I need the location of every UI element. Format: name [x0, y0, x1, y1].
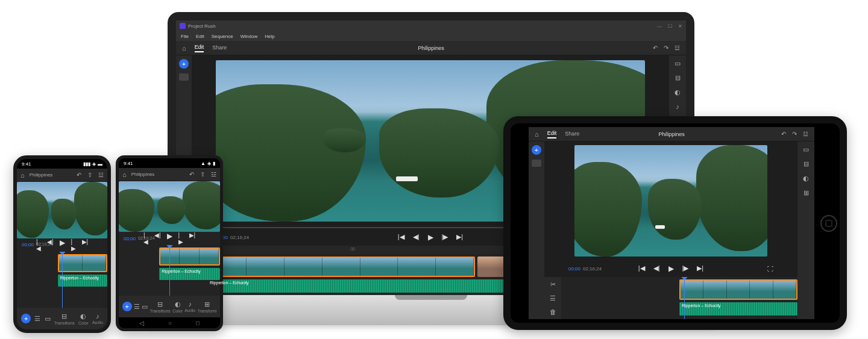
nav-home-icon[interactable]: ○ — [168, 320, 172, 326]
menu-edit[interactable]: Edit — [196, 34, 204, 39]
home-icon[interactable]: ⌂ — [20, 172, 25, 179]
redo-icon[interactable]: ↷ — [792, 131, 797, 137]
home-icon[interactable]: ⌂ — [535, 131, 539, 138]
fullscreen-icon[interactable]: ⛶ — [767, 266, 773, 272]
undo-icon[interactable]: ↶ — [189, 171, 194, 178]
menu-sequence[interactable]: Sequence — [212, 34, 233, 39]
step-fwd-icon[interactable]: |▶ — [71, 238, 76, 252]
timeline[interactable]: Ripperton – Echocity — [119, 245, 220, 296]
tool-titles[interactable]: ▭ — [142, 303, 148, 311]
skip-fwd-icon[interactable]: ▶| — [697, 264, 703, 273]
minimize-icon[interactable]: — — [657, 23, 662, 29]
titles-icon[interactable]: ▭ — [802, 145, 810, 154]
video-frame[interactable] — [574, 145, 767, 257]
add-media-button[interactable]: + — [21, 314, 31, 323]
skip-fwd-icon[interactable]: ▶| — [189, 232, 196, 245]
step-fwd-icon[interactable]: |▶ — [682, 264, 689, 273]
tool-layers[interactable]: ☰ — [134, 303, 140, 311]
tool-audio[interactable]: ♪Audio — [92, 313, 103, 325]
transitions-icon[interactable]: ⊟ — [802, 160, 810, 168]
play-icon[interactable]: ▶ — [60, 238, 65, 252]
close-icon[interactable]: ✕ — [678, 23, 682, 29]
app-tablet: ⌂ Edit Share Philippines ↶ ↷ ☳ + — [529, 127, 814, 319]
redo-icon[interactable]: ↷ — [664, 45, 668, 51]
chat-icon[interactable]: ☳ — [98, 172, 104, 178]
undo-icon[interactable]: ↶ — [653, 45, 658, 51]
maximize-icon[interactable]: ☐ — [668, 23, 672, 29]
menu-window[interactable]: Window — [241, 34, 257, 39]
home-icon[interactable]: ⌂ — [122, 171, 127, 178]
nav-recent-icon[interactable]: □ — [196, 320, 200, 326]
home-icon[interactable]: ⌂ — [182, 45, 186, 52]
video-clip-1[interactable] — [58, 254, 108, 272]
step-fwd-icon[interactable]: |▶ — [442, 233, 448, 241]
skip-back-icon[interactable]: |◀ — [36, 238, 41, 252]
timeline[interactable]: Ripperton – Echocity — [17, 252, 107, 308]
tablet-home-button[interactable] — [820, 215, 837, 232]
chat-icon[interactable]: ☳ — [211, 171, 216, 178]
nav-back-icon[interactable]: ◁ — [139, 320, 144, 326]
trash-icon[interactable]: 🗑 — [550, 308, 556, 316]
add-media-button[interactable]: + — [532, 145, 541, 155]
layers-icon[interactable]: ☰ — [550, 294, 556, 302]
tool-transitions[interactable]: ⊟Transitions — [54, 313, 75, 325]
tool-titles[interactable]: ▭ — [45, 315, 51, 323]
play-icon[interactable]: ▶ — [668, 264, 674, 273]
tool-transitions[interactable]: ⊟Transitions — [150, 300, 171, 313]
color-icon[interactable]: ◐ — [802, 174, 810, 182]
current-time: 00;00 — [568, 266, 580, 272]
skip-back-icon[interactable]: |◀ — [143, 232, 148, 245]
step-back-icon[interactable]: ◀| — [653, 264, 660, 273]
total-time: 02;16;24 — [583, 266, 602, 272]
add-media-button[interactable]: + — [179, 59, 189, 69]
tab-edit[interactable]: Edit — [547, 130, 557, 138]
chat-icon[interactable]: ☳ — [675, 45, 680, 51]
video-clip-1[interactable] — [159, 247, 220, 266]
titles-icon[interactable]: ▭ — [673, 59, 682, 67]
tool-transform[interactable]: ⊞Transform — [198, 300, 217, 313]
timeline[interactable]: ✂ ☰ 🗑 ▭ ⋯ Ripperton – — [544, 277, 797, 319]
undo-icon[interactable]: ↶ — [77, 172, 81, 178]
audio-clip[interactable]: Ripperton – Echocity — [159, 268, 220, 280]
share-icon[interactable]: ⇧ — [87, 172, 92, 178]
menu-help[interactable]: Help — [265, 34, 274, 39]
skip-fwd-icon[interactable]: ▶| — [456, 233, 463, 241]
chat-icon[interactable]: ☳ — [803, 131, 808, 137]
add-media-button[interactable]: + — [122, 302, 132, 311]
menu-file[interactable]: File — [181, 34, 189, 39]
step-fwd-icon[interactable]: |▶ — [178, 232, 183, 245]
undo-icon[interactable]: ↶ — [781, 131, 786, 137]
step-back-icon[interactable]: ◀| — [413, 233, 420, 241]
video-frame[interactable] — [17, 182, 107, 238]
tool-color[interactable]: ◐Color — [78, 313, 89, 325]
video-frame[interactable] — [119, 181, 220, 232]
audio-clip[interactable]: Ripperton – Echocity — [58, 275, 108, 287]
scissors-icon[interactable]: ✂ — [550, 281, 556, 288]
tool-color[interactable]: ◐Color — [172, 300, 183, 313]
step-back-icon[interactable]: ◀| — [47, 238, 54, 252]
skip-back-icon[interactable]: |◀ — [638, 264, 645, 273]
video-clip-1[interactable] — [207, 257, 475, 277]
skip-fwd-icon[interactable]: ▶| — [82, 238, 89, 252]
tab-edit[interactable]: Edit — [195, 44, 204, 52]
skip-back-icon[interactable]: |◀ — [398, 233, 404, 241]
tablet-device: ⌂ Edit Share Philippines ↶ ↷ ☳ + — [503, 116, 847, 330]
tool-audio[interactable]: ♪Audio — [184, 300, 195, 313]
tab-share[interactable]: Share — [212, 45, 227, 52]
panel-icon[interactable] — [532, 160, 541, 167]
share-icon[interactable]: ⇧ — [200, 171, 205, 178]
panel-icon[interactable] — [179, 73, 189, 81]
playhead[interactable] — [684, 277, 685, 319]
transitions-icon[interactable]: ⊟ — [673, 73, 682, 82]
tool-layers[interactable]: ☰ — [34, 315, 40, 323]
tab-share[interactable]: Share — [565, 131, 579, 138]
video-clip-1[interactable] — [679, 279, 797, 300]
step-back-icon[interactable]: ◀| — [154, 232, 161, 245]
play-icon[interactable]: ▶ — [167, 232, 172, 245]
audio-icon[interactable]: ♪ — [673, 102, 682, 111]
transform-icon[interactable]: ⊞ — [802, 188, 810, 197]
color-icon[interactable]: ◐ — [673, 88, 682, 96]
menu-bar: File Edit Sequence Window Help — [176, 31, 686, 41]
play-icon[interactable]: ▶ — [428, 233, 433, 241]
audio-clip[interactable]: Ripperton – Echocity — [679, 302, 797, 316]
